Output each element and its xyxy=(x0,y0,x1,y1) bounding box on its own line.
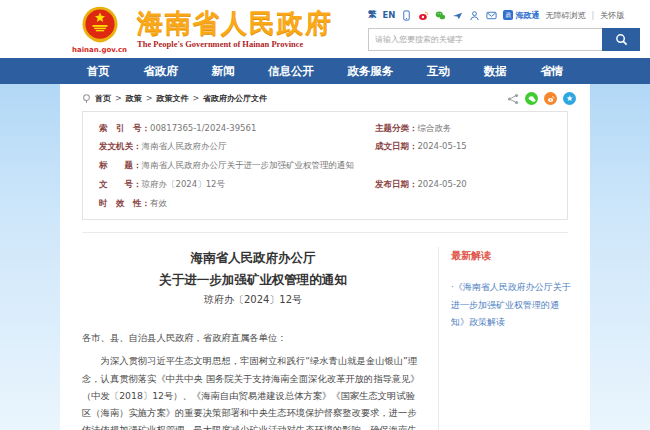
article-title-line1: 海南省人民政府办公厅 xyxy=(82,247,424,269)
meta-index-value: 00817365-1/2024-39561 xyxy=(150,123,256,135)
nav-item-info-disclosure[interactable]: 信息公开 xyxy=(268,64,314,79)
lang-en-link[interactable]: EN xyxy=(383,10,396,20)
site-domain: hainan.gov.cn xyxy=(72,46,127,54)
nav-item-home[interactable]: 首页 xyxy=(87,64,110,79)
breadcrumb-office-files[interactable]: 省政府办公厅文件 xyxy=(203,93,267,104)
haizhengtong-icon: 政 xyxy=(503,10,513,20)
meta-validity-label: 时 效 性： xyxy=(99,198,150,210)
lang-traditional-link[interactable]: 繁 xyxy=(368,9,377,21)
meta-title-value: 海南省人民政府办公厅关于进一步加强矿业权管理的通知 xyxy=(142,160,355,172)
share-wechat-icon[interactable] xyxy=(525,92,538,105)
nav-item-provincial-gov[interactable]: 省政府 xyxy=(143,64,178,79)
meta-category-label: 主题分类： xyxy=(375,123,418,135)
meta-date-written-value: 2024-05-15 xyxy=(417,141,466,153)
meta-index-label: 索 引 号： xyxy=(99,123,150,135)
meta-doc-no-label: 文 号： xyxy=(99,179,142,191)
nav-item-interaction[interactable]: 互动 xyxy=(427,64,450,79)
haizhengtong-badge[interactable]: 政 海政通 xyxy=(503,10,539,21)
weibo-icon[interactable] xyxy=(418,10,429,21)
user-icon[interactable] xyxy=(469,10,480,21)
nav-item-news[interactable]: 新闻 xyxy=(211,64,234,79)
mobile-icon[interactable] xyxy=(401,10,412,21)
mail-icon[interactable] xyxy=(486,10,497,21)
meta-date-written-label: 成文日期： xyxy=(375,141,418,153)
sidebar-interpretation-link[interactable]: ·《海南省人民政府办公厅关于进一步加强矿业权管理的通知》政策解读 xyxy=(451,279,576,330)
wechat-icon[interactable] xyxy=(435,10,446,21)
site-title: 海南省人民政府 xyxy=(137,9,333,38)
article-paragraph-salutation: 各市、县、自治县人民政府，省政府直属各单位： xyxy=(82,329,424,346)
meta-validity-value: 有效 xyxy=(150,198,167,210)
site-logo[interactable]: hainan.gov.cn xyxy=(72,5,127,54)
accessibility-link[interactable]: 无障碍浏览 xyxy=(545,10,585,21)
meta-issuer-label: 发文机关： xyxy=(99,141,142,153)
share-qzone-icon[interactable]: ★ xyxy=(563,92,576,105)
document-meta-table: 索 引 号：00817365-1/2024-39561 主题分类：综合政务 发文… xyxy=(82,111,568,220)
search-icon xyxy=(615,33,628,46)
content-panel: 首页 > 政策 > 政策文件 > 省政府办公厅文件 ★ xyxy=(60,84,590,430)
main-nav: 首页 省政府 新闻 信息公开 政务服务 互动 数据 省情 xyxy=(0,58,650,84)
meta-category-value: 综合政务 xyxy=(417,123,451,135)
utility-divider: | xyxy=(591,11,594,20)
meta-date-pub-value: 2024-05-20 xyxy=(417,179,466,191)
breadcrumb-home[interactable]: 首页 xyxy=(95,93,111,104)
national-emblem-icon xyxy=(80,5,120,45)
meta-title-label: 标 题： xyxy=(99,160,142,172)
search-button[interactable] xyxy=(602,28,640,51)
sidebar-heading: 最新解读 xyxy=(451,249,576,263)
page-background: 首页 > 政策 > 政策文件 > 省政府办公厅文件 ★ xyxy=(0,84,650,430)
meta-doc-no-value: 琼府办〔2024〕12号 xyxy=(142,179,225,191)
nav-item-services[interactable]: 政务服务 xyxy=(348,64,394,79)
app-client-icon[interactable] xyxy=(452,10,463,21)
breadcrumb: 首页 > 政策 > 政策文件 > 省政府办公厅文件 xyxy=(82,93,507,104)
nav-item-data[interactable]: 数据 xyxy=(484,64,507,79)
search-input[interactable] xyxy=(368,28,602,51)
latest-interpretation-sidebar: 最新解读 ·《海南省人民政府办公厅关于进一步加强矿业权管理的通知》政策解读 xyxy=(438,247,576,430)
location-pin-icon xyxy=(82,94,91,104)
meta-date-pub-label: 发布日期： xyxy=(375,179,418,191)
nav-item-province-profile[interactable]: 省情 xyxy=(540,64,563,79)
article-paragraph-intro: 为深入贯彻习近平生态文明思想，牢固树立和践行“绿水青山就是金山银山”理念，认真贯… xyxy=(82,352,424,430)
breadcrumb-policy[interactable]: 政策 xyxy=(126,93,142,104)
meta-issuer-value: 海南省人民政府办公厅 xyxy=(142,141,227,153)
share-icon[interactable] xyxy=(507,93,519,105)
site-subtitle: The People's Government of Hainan Provin… xyxy=(137,39,333,49)
breadcrumb-policy-files[interactable]: 政策文件 xyxy=(156,93,188,104)
article: 海南省人民政府办公厅 关于进一步加强矿业权管理的通知 琼府办〔2024〕12号 … xyxy=(82,247,438,430)
share-weibo-icon[interactable] xyxy=(544,92,557,105)
care-version-link[interactable]: 关怀版 xyxy=(600,10,624,21)
article-doc-number: 琼府办〔2024〕12号 xyxy=(82,293,424,307)
article-title-line2: 关于进一步加强矿业权管理的通知 xyxy=(82,269,424,291)
site-header: hainan.gov.cn 海南省人民政府 The People's Gover… xyxy=(0,0,650,58)
